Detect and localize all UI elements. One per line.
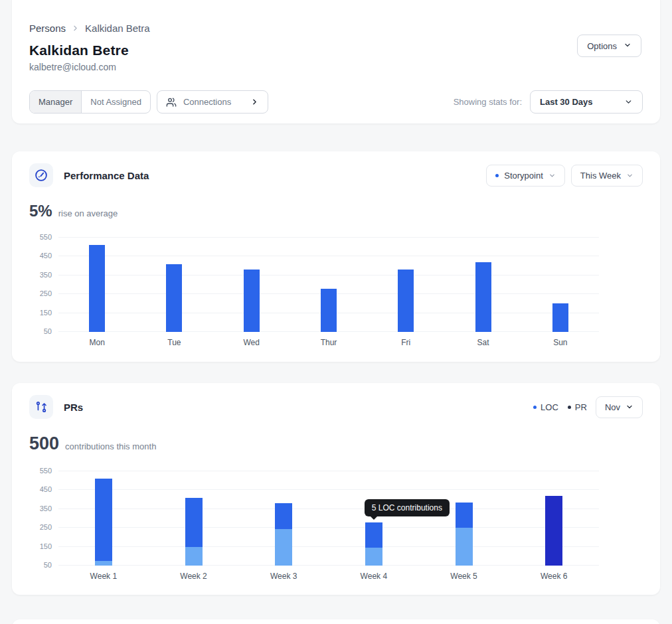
bar-column bbox=[509, 471, 599, 566]
week-select-value: This Week bbox=[580, 171, 621, 181]
x-axis-label: Fri bbox=[367, 338, 444, 347]
bar-segment[interactable] bbox=[365, 522, 382, 548]
bar[interactable] bbox=[456, 503, 473, 566]
series-select[interactable]: Storypoint bbox=[486, 165, 565, 187]
bar-column bbox=[58, 471, 149, 566]
y-axis-tick: 350 bbox=[29, 271, 52, 279]
bar[interactable] bbox=[365, 522, 382, 566]
bar[interactable] bbox=[475, 262, 491, 332]
profile-card: Persons Kalkidan Betra Kalkidan Betre ka… bbox=[12, 0, 660, 123]
next-card bbox=[12, 619, 660, 624]
chevron-right-icon bbox=[250, 98, 259, 106]
y-axis-tick: 50 bbox=[29, 327, 52, 335]
x-axis-label: Week 2 bbox=[149, 572, 239, 581]
breadcrumb-current: Kalkidan Betra bbox=[85, 23, 150, 34]
chevron-down-icon bbox=[626, 403, 633, 411]
bar-segment[interactable] bbox=[275, 529, 292, 566]
prs-card-title: PRs bbox=[64, 402, 83, 413]
breadcrumb-persons[interactable]: Persons bbox=[29, 23, 66, 34]
manager-field[interactable]: Manager Not Assigned bbox=[29, 90, 151, 114]
bar[interactable] bbox=[89, 245, 105, 332]
bar-column bbox=[522, 238, 599, 332]
y-axis-tick: 150 bbox=[29, 542, 52, 550]
bar-segment[interactable] bbox=[166, 264, 182, 332]
stats-period-value: Last 30 Days bbox=[540, 97, 593, 107]
bar-column bbox=[149, 471, 239, 566]
bar[interactable] bbox=[166, 264, 182, 332]
manager-field-value: Not Assigned bbox=[82, 91, 150, 113]
gauge-icon bbox=[29, 163, 53, 187]
users-icon bbox=[166, 97, 177, 108]
bar[interactable] bbox=[552, 303, 568, 332]
chevron-down-icon bbox=[624, 41, 631, 51]
performance-card-title: Performance Data bbox=[64, 170, 149, 181]
bar-column: 5 LOC contributions bbox=[329, 471, 419, 566]
chevron-down-icon bbox=[626, 172, 633, 179]
bar[interactable] bbox=[545, 496, 562, 566]
y-axis-tick: 250 bbox=[29, 289, 52, 297]
loc-dot-icon bbox=[533, 406, 537, 409]
bar-segment[interactable] bbox=[89, 245, 105, 332]
prs-stat-caption: contributions this month bbox=[65, 441, 156, 451]
bar-column bbox=[367, 238, 444, 332]
series-select-value: Storypoint bbox=[504, 171, 543, 181]
performance-stat-value: 5% bbox=[29, 202, 52, 220]
person-email: kalbetre@icloud.com bbox=[29, 62, 643, 72]
bar[interactable] bbox=[95, 479, 112, 566]
bar-column bbox=[238, 471, 329, 566]
bar[interactable] bbox=[321, 289, 337, 332]
bar-segment[interactable] bbox=[475, 262, 491, 332]
bar-segment[interactable] bbox=[95, 561, 112, 566]
y-axis-tick: 350 bbox=[29, 505, 52, 512]
y-axis-tick: 450 bbox=[29, 252, 52, 260]
week-select[interactable]: This Week bbox=[571, 165, 643, 187]
y-axis-tick: 550 bbox=[29, 233, 52, 241]
bar-segment[interactable] bbox=[185, 547, 203, 566]
chevron-down-icon bbox=[548, 172, 556, 179]
connections-button[interactable]: Connections bbox=[157, 90, 268, 114]
legend-item-loc[interactable]: LOC bbox=[533, 402, 558, 412]
x-axis-label: Week 3 bbox=[238, 572, 329, 581]
x-axis-label: Sun bbox=[522, 338, 599, 347]
bar-column bbox=[135, 238, 212, 332]
bar-segment[interactable] bbox=[552, 303, 568, 332]
stats-period-select[interactable]: Last 30 Days bbox=[530, 90, 643, 114]
x-axis-label: Wed bbox=[213, 338, 290, 347]
y-axis-tick: 550 bbox=[29, 467, 52, 475]
bar-segment[interactable] bbox=[95, 479, 112, 561]
chart-tooltip: 5 LOC contributions bbox=[365, 499, 450, 516]
bar-segment[interactable] bbox=[365, 548, 382, 566]
bar-segment[interactable] bbox=[185, 498, 203, 547]
bar-segment[interactable] bbox=[275, 503, 292, 528]
bar[interactable] bbox=[244, 270, 260, 332]
bar-segment[interactable] bbox=[456, 503, 473, 528]
month-select[interactable]: Nov bbox=[596, 396, 643, 418]
x-axis-label: Tue bbox=[135, 338, 212, 347]
pull-request-icon bbox=[29, 395, 53, 419]
legend-loc-label: LOC bbox=[541, 402, 558, 412]
breadcrumb: Persons Kalkidan Betra bbox=[29, 0, 643, 34]
bar-column bbox=[213, 238, 290, 332]
chart-legend: LOC PR bbox=[533, 402, 587, 412]
bar-segment[interactable] bbox=[244, 270, 260, 332]
legend-item-pr[interactable]: PR bbox=[568, 402, 587, 412]
bar-column bbox=[419, 471, 509, 566]
x-axis-label: Thur bbox=[290, 338, 367, 347]
month-select-value: Nov bbox=[605, 402, 620, 412]
y-axis-tick: 450 bbox=[29, 485, 52, 493]
legend-pr-label: PR bbox=[575, 402, 587, 412]
options-button[interactable]: Options bbox=[577, 35, 641, 57]
bar-segment[interactable] bbox=[456, 528, 473, 566]
performance-card: Performance Data Storypoint This Week 5%… bbox=[12, 151, 660, 362]
connections-button-label: Connections bbox=[183, 97, 231, 107]
performance-stat-caption: rise on average bbox=[58, 208, 118, 218]
bar-segment[interactable] bbox=[545, 496, 562, 566]
bar-segment[interactable] bbox=[321, 289, 337, 332]
bar-segment[interactable] bbox=[398, 270, 414, 332]
manager-field-label: Manager bbox=[30, 91, 82, 113]
bar[interactable] bbox=[275, 503, 292, 566]
x-axis-label: Sat bbox=[444, 338, 521, 347]
bar[interactable] bbox=[398, 270, 414, 332]
bar[interactable] bbox=[185, 498, 203, 566]
y-axis-tick: 250 bbox=[29, 523, 52, 531]
